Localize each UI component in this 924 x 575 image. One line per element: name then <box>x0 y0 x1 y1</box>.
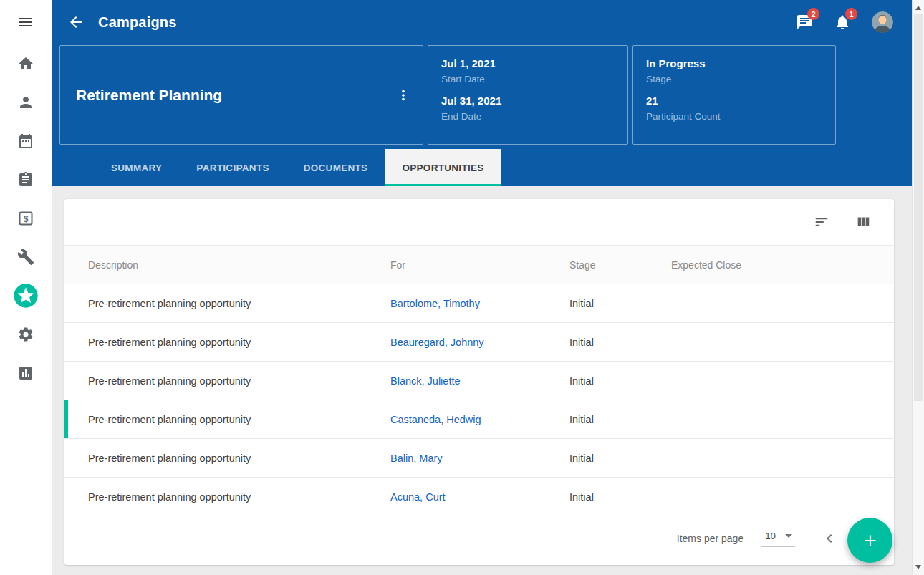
table-header-row: DescriptionForStageExpected Close <box>64 245 894 284</box>
home-icon <box>17 55 34 72</box>
contact-link[interactable]: Bartolome, Timothy <box>390 298 480 309</box>
cell-description: Pre-retirement planning opportunity <box>88 375 390 387</box>
campaigns-icon <box>11 281 40 310</box>
cell-description: Pre-retirement planning opportunity <box>88 298 390 309</box>
cell-for: Blanck, Juliette <box>390 375 569 387</box>
top-header: Campaigns 2 1 <box>52 0 912 44</box>
sort-button[interactable] <box>814 214 829 230</box>
columns-icon <box>855 214 871 230</box>
sidebar: $ <box>0 0 52 575</box>
cell-description: Pre-retirement planning opportunity <box>88 414 390 425</box>
column-header-description[interactable]: Description <box>88 259 390 271</box>
tools-icon <box>17 248 34 266</box>
campaign-stage-card: In Progress Stage 21 Participant Count <box>632 45 836 145</box>
table-toolbar <box>64 199 894 245</box>
kebab-icon <box>395 87 411 103</box>
table-row[interactable]: Pre-retirement planning opportunityBalin… <box>64 439 894 478</box>
reports-icon <box>17 364 34 382</box>
campaign-dates-card: Jul 1, 2021 Start Date Jul 31, 2021 End … <box>428 45 628 145</box>
cell-for: Bartolome, Timothy <box>390 298 569 309</box>
campaign-menu-button[interactable] <box>395 87 411 103</box>
table-row[interactable]: Pre-retirement planning opportunityCasta… <box>64 400 894 439</box>
svg-text:$: $ <box>24 214 29 224</box>
items-per-page-select[interactable]: 10 <box>761 529 795 547</box>
cell-for: Castaneda, Hedwig <box>390 414 569 425</box>
tab-participants[interactable]: PARTICIPANTS <box>179 149 286 186</box>
contact-link[interactable]: Balin, Mary <box>390 453 443 464</box>
sidebar-item-calendar[interactable] <box>0 122 52 160</box>
stage-value: In Progress <box>646 57 822 69</box>
sidebar-item-contacts[interactable] <box>0 83 52 122</box>
caret-down-icon <box>785 534 792 538</box>
column-header-expected-close[interactable]: Expected Close <box>671 259 894 271</box>
tab-summary[interactable]: SUMMARY <box>94 149 179 186</box>
add-opportunity-fab[interactable] <box>847 518 892 563</box>
sidebar-item-settings[interactable] <box>0 315 52 354</box>
cell-stage: Initial <box>569 453 671 464</box>
sidebar-item-campaigns[interactable] <box>0 276 52 315</box>
opportunities-table-card: DescriptionForStageExpected Close Pre-re… <box>64 199 894 565</box>
previous-page-button[interactable] <box>821 530 838 547</box>
scroll-up-arrow-icon[interactable] <box>915 6 921 10</box>
tab-opportunities[interactable]: OPPORTUNITIES <box>385 149 501 186</box>
tab-bar: SUMMARYPARTICIPANTSDOCUMENTSOPPORTUNITIE… <box>52 149 912 186</box>
sidebar-item-reports[interactable] <box>0 354 52 392</box>
sidebar-item-tools[interactable] <box>0 238 52 276</box>
table-row[interactable]: Pre-retirement planning opportunityAcuna… <box>64 478 894 516</box>
cell-for: Balin, Mary <box>390 453 569 464</box>
vertical-scrollbar[interactable] <box>912 0 924 575</box>
contact-link[interactable]: Acuna, Curt <box>390 491 446 503</box>
items-per-page-value: 10 <box>765 531 776 541</box>
sort-icon <box>814 214 829 230</box>
contacts-icon <box>17 94 34 111</box>
arrow-back-icon <box>67 14 85 31</box>
tab-documents[interactable]: DOCUMENTS <box>287 149 385 186</box>
cell-description: Pre-retirement planning opportunity <box>88 453 390 464</box>
messages-badge: 2 <box>807 8 819 20</box>
tasks-icon <box>17 171 34 188</box>
columns-button[interactable] <box>855 214 871 230</box>
campaign-summary-cards: Retirement Planning Jul 1, 2021 Start Da… <box>52 44 912 149</box>
app-root: $ Campaigns 2 <box>0 0 924 575</box>
stage-stat: In Progress Stage <box>646 57 822 84</box>
calendar-icon <box>17 132 34 150</box>
table-body: Pre-retirement planning opportunityBarto… <box>64 284 894 516</box>
table-footer: Items per page 10 <box>64 516 894 560</box>
user-avatar[interactable] <box>872 11 893 33</box>
column-header-for[interactable]: For <box>390 259 569 271</box>
end-date-value: Jul 31, 2021 <box>441 95 615 107</box>
cell-for: Acuna, Curt <box>390 491 569 503</box>
contact-link[interactable]: Castaneda, Hedwig <box>390 414 481 425</box>
sidebar-item-accounts[interactable]: $ <box>0 199 52 238</box>
start-date-label: Start Date <box>441 74 615 84</box>
chevron-left-icon <box>821 530 838 547</box>
cell-stage: Initial <box>569 414 671 425</box>
cell-description: Pre-retirement planning opportunity <box>88 491 390 503</box>
table-row[interactable]: Pre-retirement planning opportunityBarto… <box>64 284 894 323</box>
sidebar-item-home[interactable] <box>0 44 52 83</box>
sidebar-item-tasks[interactable] <box>0 160 52 199</box>
back-button[interactable] <box>67 14 85 31</box>
topbar-actions: 2 1 <box>796 11 893 33</box>
contact-link[interactable]: Beauregard, Johnny <box>390 337 484 348</box>
scroll-down-arrow-icon[interactable] <box>915 565 921 569</box>
menu-icon[interactable] <box>0 0 52 44</box>
contact-link[interactable]: Blanck, Juliette <box>390 375 461 387</box>
avatar-image <box>872 11 893 33</box>
notifications-button[interactable]: 1 <box>834 14 851 31</box>
cell-for: Beauregard, Johnny <box>390 337 569 348</box>
page-title: Campaigns <box>98 14 177 31</box>
table-row[interactable]: Pre-retirement planning opportunityBeaur… <box>64 323 894 362</box>
campaign-name-card: Retirement Planning <box>59 45 423 145</box>
column-header-stage[interactable]: Stage <box>569 259 671 271</box>
end-date-stat: Jul 31, 2021 End Date <box>441 95 615 122</box>
content-area: DescriptionForStageExpected Close Pre-re… <box>52 186 912 575</box>
scrollbar-thumb[interactable] <box>914 14 923 401</box>
top-section: Campaigns 2 1 <box>52 0 912 186</box>
participant-count-value: 21 <box>646 95 822 107</box>
settings-icon <box>17 326 34 343</box>
cell-stage: Initial <box>569 491 671 503</box>
messages-button[interactable]: 2 <box>796 14 813 31</box>
table-row[interactable]: Pre-retirement planning opportunityBlanc… <box>64 362 894 400</box>
start-date-value: Jul 1, 2021 <box>441 57 615 69</box>
